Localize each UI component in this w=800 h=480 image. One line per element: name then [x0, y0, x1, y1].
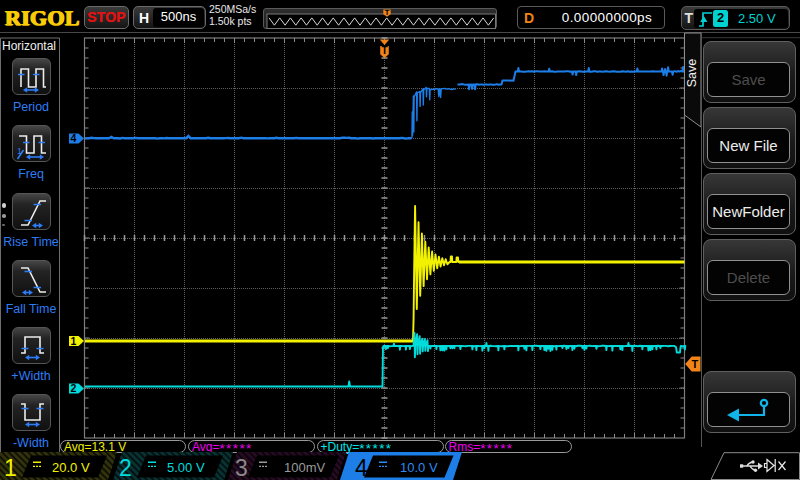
svg-text:1: 1 — [71, 335, 77, 347]
svg-text:4: 4 — [355, 455, 368, 480]
svg-text:10.0 V: 10.0 V — [400, 460, 438, 475]
svg-text:T: T — [381, 45, 387, 56]
svg-text:4: 4 — [71, 132, 77, 144]
svg-text:T: T — [385, 9, 390, 17]
svg-text:5.00 V: 5.00 V — [167, 460, 205, 475]
svg-text:100mV: 100mV — [284, 460, 326, 475]
svg-text:3: 3 — [235, 455, 248, 480]
svg-text:1: 1 — [4, 455, 17, 480]
svg-text:20.0 V: 20.0 V — [52, 460, 90, 475]
svg-text:2: 2 — [71, 382, 77, 394]
svg-text:2: 2 — [119, 455, 132, 480]
svg-text:Save: Save — [685, 59, 699, 88]
